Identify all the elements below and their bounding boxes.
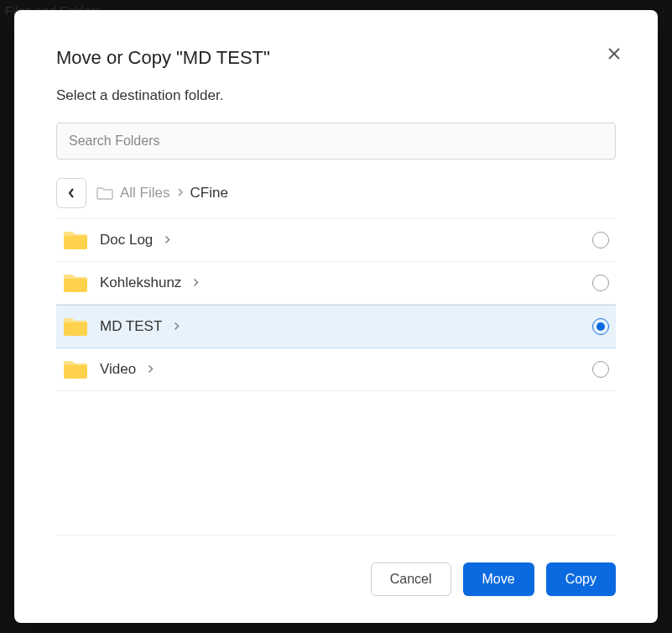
dialog-title: Move or Copy "MD TEST" (56, 47, 616, 69)
folder-name: MD TEST (100, 318, 162, 335)
chevron-right-icon (193, 275, 199, 290)
folder-radio[interactable] (592, 275, 609, 291)
folder-icon (63, 316, 88, 337)
folder-icon (63, 272, 88, 294)
cancel-button[interactable]: Cancel (371, 562, 451, 596)
breadcrumb-row: All Files CFine (56, 178, 616, 208)
folder-name: Kohlekshunz (100, 275, 181, 291)
folder-name: Video (100, 361, 136, 378)
close-icon (607, 47, 621, 60)
folder-icon (63, 358, 88, 380)
copy-button[interactable]: Copy (546, 562, 616, 596)
chevron-left-icon (67, 187, 76, 199)
folder-radio[interactable] (592, 318, 609, 335)
move-copy-dialog: Move or Copy "MD TEST" Select a destinat… (14, 10, 658, 623)
chevron-right-icon (164, 233, 170, 248)
folder-item[interactable]: Doc Log (56, 219, 616, 262)
chevron-right-icon (174, 319, 180, 334)
chevron-right-icon (177, 185, 184, 201)
footer-divider (56, 535, 616, 536)
breadcrumb-current: CFine (190, 185, 228, 201)
folder-item[interactable]: Video (56, 348, 616, 391)
folder-icon (63, 229, 88, 251)
folder-item[interactable]: Kohlekshunz (56, 262, 616, 305)
folder-list: Doc LogKohlekshunzMD TESTVideo (56, 218, 616, 528)
search-folders-input[interactable] (56, 123, 616, 160)
chevron-right-icon (148, 362, 154, 377)
folder-outline-icon (96, 186, 113, 200)
dialog-subtitle: Select a destination folder. (56, 87, 616, 104)
breadcrumb: All Files CFine (96, 185, 228, 201)
folder-name: Doc Log (100, 232, 153, 248)
folder-radio[interactable] (592, 361, 609, 378)
back-button[interactable] (56, 178, 86, 208)
folder-radio[interactable] (592, 232, 609, 248)
move-button[interactable]: Move (463, 562, 534, 596)
breadcrumb-root[interactable]: All Files (120, 185, 170, 201)
folder-item[interactable]: MD TEST (56, 305, 616, 348)
dialog-footer: Cancel Move Copy (56, 562, 616, 596)
close-button[interactable] (604, 44, 624, 64)
